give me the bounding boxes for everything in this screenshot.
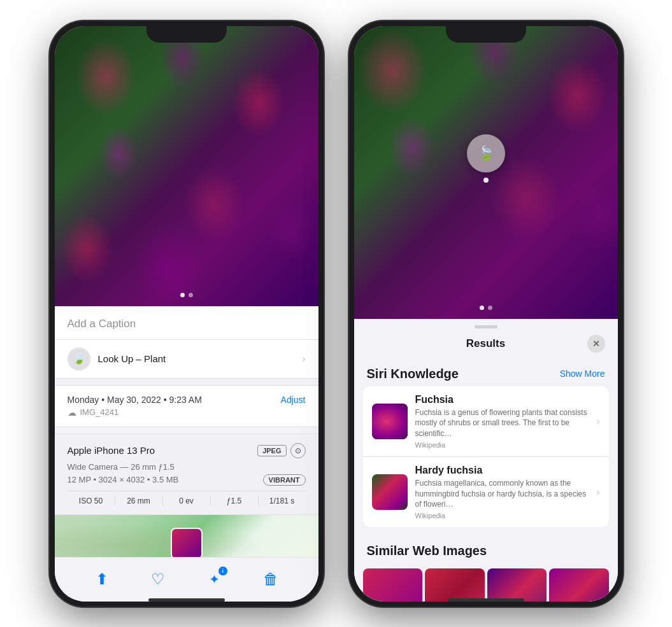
leaf-icon: 🍃 — [73, 353, 85, 365]
lookup-label[interactable]: Look Up – Plant — [98, 353, 166, 364]
similar-section: Similar Web Images — [354, 527, 618, 601]
photo-area-left[interactable] — [55, 26, 318, 306]
exif-iso: ISO 50 — [68, 497, 115, 505]
hardy-thumbnail — [372, 474, 408, 510]
similar-img-3[interactable] — [487, 568, 547, 601]
info-button[interactable]: ✦ i — [201, 565, 229, 593]
hardy-thumb-bg — [372, 474, 408, 510]
similar-img-1[interactable] — [363, 568, 423, 601]
map-area[interactable] — [55, 515, 318, 557]
exif-shutter: 1/181 s — [259, 497, 306, 505]
hardy-name: Hardy fuchsia — [415, 465, 589, 476]
similar-img-2[interactable] — [425, 568, 485, 601]
results-content: Siri Knowledge Show More Fuchsia Fu — [354, 359, 618, 602]
meta-section: Monday • May 30, 2022 • 9:23 AM Adjust ☁… — [55, 385, 318, 427]
hardy-desc: Fuchsia magellanica, commonly known as t… — [415, 478, 589, 510]
lookup-icon-circle: 🍃 — [68, 348, 90, 370]
style-badge: VIBRANT — [263, 474, 306, 486]
close-icon: ✕ — [592, 339, 600, 349]
camera-section: Apple iPhone 13 Pro JPEG ⊙ Wide Camera —… — [55, 433, 318, 515]
share-icon: ⬆ — [96, 570, 108, 588]
photo-area-right[interactable]: 🍃 — [354, 26, 618, 319]
results-header: Results ✕ — [354, 328, 618, 359]
lookup-row[interactable]: 🍃 Look Up – Plant › — [55, 340, 318, 379]
meta-date: Monday • May 30, 2022 • 9:23 AM — [68, 395, 202, 405]
photo-info-area: Add a Caption 🍃 Look Up – Plant › Monday… — [55, 306, 318, 557]
flower-background-right — [354, 26, 618, 319]
drag-handle-area[interactable] — [354, 319, 618, 328]
mp-info: 12 MP • 3024 × 4032 • 3.5 MB — [68, 475, 179, 484]
dot-2 — [189, 293, 193, 297]
similar-title: Similar Web Images — [367, 544, 487, 558]
notch-right — [446, 21, 526, 43]
hardy-chevron: › — [596, 486, 599, 498]
right-phone: 🍃 Results ✕ Siri — [349, 21, 623, 607]
caption-placeholder[interactable]: Add a Caption — [68, 318, 136, 330]
dot-1 — [180, 293, 185, 297]
share-button[interactable]: ⬆ — [88, 565, 116, 593]
cloud-icon: ☁ — [68, 407, 76, 418]
filename: IMG_4241 — [80, 407, 119, 417]
lens-info: Wide Camera — 26 mm ƒ1.5 — [68, 462, 306, 472]
notch-left — [147, 21, 227, 43]
lookup-chevron: › — [302, 353, 305, 365]
adjust-button[interactable]: Adjust — [281, 395, 306, 405]
exif-focal: 26 mm — [115, 497, 163, 505]
format-badge: JPEG — [257, 445, 286, 456]
trash-icon: 🗑 — [263, 570, 278, 588]
leaf-float-icon: 🍃 — [477, 145, 494, 162]
sparkle-icon: ✦ — [209, 572, 220, 587]
similar-header: Similar Web Images — [354, 536, 618, 563]
camera-name: Apple iPhone 13 Pro — [68, 445, 155, 456]
fuchsia-chevron: › — [596, 416, 599, 427]
fuchsia-thumb-bg — [372, 404, 408, 439]
left-phone: Add a Caption 🍃 Look Up – Plant › Monday… — [50, 21, 324, 607]
results-title: Results — [385, 337, 587, 350]
close-button[interactable]: ✕ — [587, 335, 605, 353]
camera-settings-icon[interactable]: ⊙ — [290, 443, 306, 458]
home-bar-left — [148, 598, 225, 602]
dot-r1 — [480, 306, 484, 310]
flower-background-left — [55, 26, 318, 306]
visual-lookup-button[interactable]: 🍃 — [467, 134, 505, 173]
favorite-button[interactable]: ♡ — [144, 565, 172, 593]
photo-dots-left — [180, 293, 193, 297]
heart-icon: ♡ — [151, 570, 165, 588]
knowledge-item-fuchsia[interactable]: Fuchsia Fuchsia is a genus of flowering … — [363, 386, 609, 457]
show-more-button[interactable]: Show More — [560, 369, 605, 379]
results-panel: Results ✕ Siri Knowledge Show More — [354, 319, 618, 602]
fuchsia-thumbnail — [372, 404, 408, 439]
photo-dots-right — [480, 306, 492, 310]
map-thumbnail — [171, 528, 203, 557]
fuchsia-info: Fuchsia Fuchsia is a genus of flowering … — [415, 394, 589, 449]
exif-row: ISO 50 26 mm 0 ev ƒ1.5 1/181 s — [68, 491, 306, 505]
hardy-source: Wikipedia — [415, 512, 589, 519]
exif-aperture: ƒ1.5 — [211, 497, 259, 505]
similar-img-4[interactable] — [549, 568, 609, 601]
similar-images-row — [354, 563, 618, 601]
home-bar-right — [448, 598, 524, 602]
fuchsia-desc: Fuchsia is a genus of flowering plants t… — [415, 407, 589, 439]
camera-badges: JPEG ⊙ — [257, 443, 305, 458]
siri-knowledge-header: Siri Knowledge Show More — [354, 359, 618, 386]
siri-knowledge-title: Siri Knowledge — [367, 367, 459, 381]
caption-area[interactable]: Add a Caption — [55, 306, 318, 340]
fuchsia-name: Fuchsia — [415, 394, 589, 405]
hardy-info: Hardy fuchsia Fuchsia magellanica, commo… — [415, 465, 589, 519]
bottom-toolbar: ⬆ ♡ ✦ i 🗑 — [55, 557, 318, 602]
info-badge: i — [218, 567, 227, 575]
dot-r2 — [488, 306, 492, 310]
delete-button[interactable]: 🗑 — [257, 565, 285, 593]
lookup-dot — [483, 178, 489, 183]
fuchsia-source: Wikipedia — [415, 441, 589, 449]
knowledge-card: Fuchsia Fuchsia is a genus of flowering … — [363, 386, 609, 528]
knowledge-item-hardy[interactable]: Hardy fuchsia Fuchsia magellanica, commo… — [363, 457, 609, 527]
exif-ev: 0 ev — [163, 497, 211, 505]
